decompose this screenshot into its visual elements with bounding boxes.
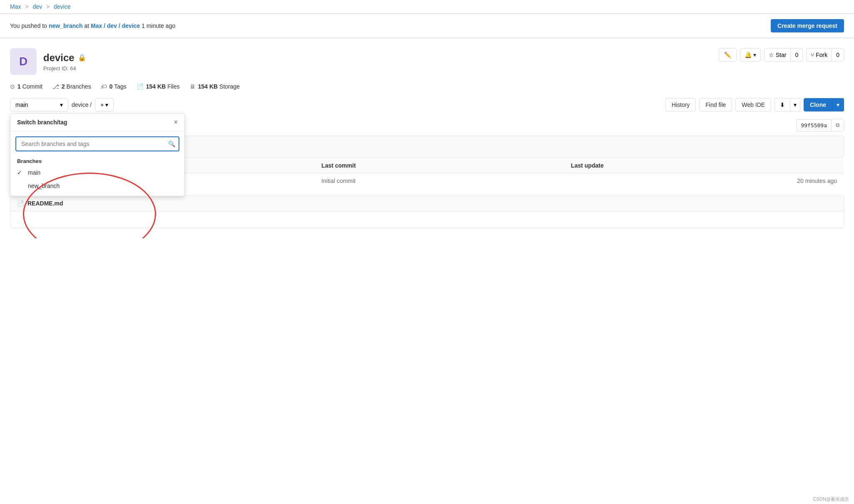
branch-dropdown-button[interactable]: main ▾	[10, 98, 68, 111]
bell-icon: 🔔	[745, 52, 752, 58]
stat-files: 📄 154 KB Files	[137, 83, 180, 90]
star-label: Star	[776, 52, 787, 58]
fork-button[interactable]: ⑂ Fork	[806, 48, 832, 62]
toolbar-left: main ▾ device / + ▾	[10, 98, 114, 111]
readme-file-icon: 📄	[17, 200, 24, 207]
branch-name-main: main	[28, 169, 40, 176]
branch-item-main[interactable]: ✓ main	[10, 166, 184, 179]
breadcrumb-device[interactable]: device	[54, 3, 70, 10]
stat-tags: 🏷 0 Tags	[101, 83, 127, 90]
stat-storage-value: 154 KB Storage	[198, 83, 240, 90]
push-branch-link[interactable]: new_branch	[49, 22, 83, 29]
branch-search-input[interactable]	[15, 136, 179, 151]
fork-label: Fork	[816, 52, 827, 58]
breadcrumb-sep-1: >	[25, 3, 28, 10]
path-breadcrumb: device /	[72, 101, 92, 108]
branch-dropdown-caret: ▾	[60, 101, 63, 108]
download-caret-button[interactable]: ▾	[790, 98, 800, 111]
web-ide-button[interactable]: Web IDE	[735, 98, 771, 111]
download-icon: ⬇	[780, 101, 785, 108]
stat-storage: 🖥 154 KB Storage	[190, 83, 240, 90]
star-icon: ☆	[769, 52, 774, 58]
checkmark-icon: ✓	[17, 169, 24, 176]
commit-hash-group: 99f5509a ⧉	[796, 119, 844, 131]
dropdown-header: Switch branch/tag ×	[10, 114, 184, 131]
fork-count-button[interactable]: 0	[832, 48, 844, 62]
push-notification-text: You pushed to new_branch at Max / dev / …	[10, 22, 175, 29]
readme-header: 📄 README.md	[10, 196, 844, 211]
find-file-button[interactable]: Find file	[699, 98, 732, 111]
col-last-update: Last update	[564, 158, 844, 173]
main-content: D device 🔒 Project ID: 64 ✏️ 🔔 ▾ ☆	[0, 38, 854, 238]
download-group: ⬇ ▾	[775, 98, 800, 111]
breadcrumb-dev[interactable]: dev	[32, 3, 42, 10]
star-button[interactable]: ☆ Star	[764, 48, 791, 62]
stat-commits-value: 1 Commit	[17, 83, 42, 90]
lock-icon: 🔒	[78, 54, 86, 62]
plus-icon: +	[100, 101, 104, 108]
copy-commit-hash-button[interactable]: ⧉	[831, 119, 844, 131]
commit-hash-text: 99f5509a	[796, 119, 831, 131]
readme-section: 📄 README.md	[10, 195, 844, 228]
breadcrumb: Max > dev > device	[0, 0, 854, 14]
project-name-row: device 🔒	[43, 52, 86, 64]
project-name: device	[43, 52, 74, 64]
download-button[interactable]: ⬇	[775, 98, 790, 111]
switch-branch-dropdown: Switch branch/tag × 🔍 Branches ✓ main ne…	[10, 113, 185, 196]
project-header: D device 🔒 Project ID: 64 ✏️ 🔔 ▾ ☆	[10, 48, 844, 75]
push-repo-link[interactable]: Max / dev / device	[91, 22, 140, 29]
edit-button[interactable]: ✏️	[719, 48, 737, 62]
project-actions: ✏️ 🔔 ▾ ☆ Star 0 ⑂ Fork 0	[719, 48, 844, 62]
dropdown-search-container: 🔍	[15, 136, 179, 151]
breadcrumb-max[interactable]: Max	[10, 3, 21, 10]
search-icon: 🔍	[168, 141, 175, 147]
readme-title: README.md	[27, 200, 63, 207]
create-merge-request-button[interactable]: Create merge request	[771, 19, 844, 32]
toolbar: main ▾ device / + ▾ History Find file We…	[10, 98, 844, 111]
project-info: D device 🔒 Project ID: 64	[10, 48, 86, 75]
readme-body	[10, 211, 844, 228]
stats-row: ⊙ 1 Commit ⎇ 2 Branches 🏷 0 Tags 📄 154 K…	[10, 83, 844, 90]
notify-button[interactable]: 🔔 ▾	[740, 48, 761, 62]
fork-icon: ⑂	[811, 52, 814, 58]
stat-tags-value: 0 Tags	[109, 83, 127, 90]
storage-icon: 🖥	[190, 83, 196, 90]
tag-icon: 🏷	[101, 83, 107, 90]
dropdown-title: Switch branch/tag	[17, 119, 67, 126]
fork-group: ⑂ Fork 0	[806, 48, 844, 62]
project-avatar: D	[10, 48, 37, 75]
history-button[interactable]: History	[665, 98, 696, 111]
stat-files-value: 154 KB Files	[146, 83, 180, 90]
breadcrumb-sep-2: >	[46, 3, 50, 10]
branches-label: Branches	[10, 155, 184, 166]
commit-icon: ⊙	[10, 83, 15, 90]
last-commit-cell: Initial commit	[315, 173, 564, 189]
stat-branches-value: 2 Branches	[62, 83, 91, 90]
dropdown-close-button[interactable]: ×	[174, 119, 178, 126]
branch-name-label: main	[15, 101, 28, 108]
project-id: Project ID: 64	[43, 65, 86, 72]
branch-name-new-branch: new_branch	[28, 183, 60, 189]
clone-group: Clone ▾	[804, 98, 844, 111]
star-count-button[interactable]: 0	[790, 48, 803, 62]
branch-item-new-branch[interactable]: new_branch	[10, 179, 184, 193]
plus-caret-icon: ▾	[105, 101, 108, 108]
stat-commits: ⊙ 1 Commit	[10, 83, 42, 90]
project-details: device 🔒 Project ID: 64	[43, 52, 86, 72]
add-file-button[interactable]: + ▾	[95, 98, 114, 111]
clone-button[interactable]: Clone	[804, 98, 832, 111]
col-last-commit: Last commit	[315, 158, 564, 173]
toolbar-right: History Find file Web IDE ⬇ ▾ Clone ▾	[665, 98, 844, 111]
stat-branches: ⎇ 2 Branches	[52, 83, 91, 90]
push-notification-bar: You pushed to new_branch at Max / dev / …	[0, 14, 854, 38]
notify-caret-icon: ▾	[753, 52, 756, 58]
clone-caret-button[interactable]: ▾	[832, 98, 844, 111]
files-icon: 📄	[137, 83, 144, 90]
branch-icon: ⎇	[52, 83, 59, 90]
last-update-cell: 20 minutes ago	[564, 173, 844, 189]
